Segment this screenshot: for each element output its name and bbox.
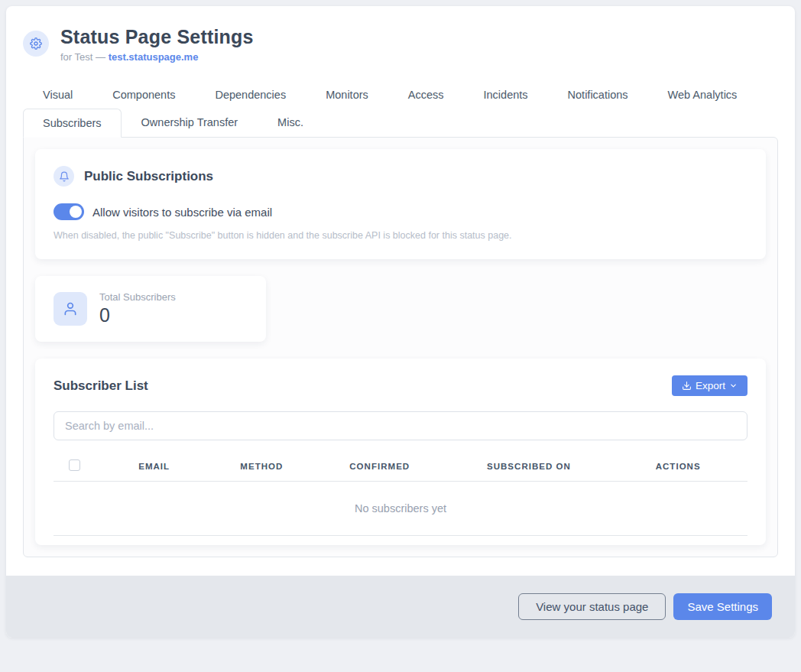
column-actions: ACTIONS <box>608 451 747 482</box>
tab-notifications[interactable]: Notifications <box>548 81 648 109</box>
save-settings-button[interactable]: Save Settings <box>673 593 772 620</box>
subscribe-toggle-row: Allow visitors to subscribe via email <box>54 203 747 220</box>
export-button[interactable]: Export <box>672 375 747 396</box>
subscribe-help-text: When disabled, the public "Subscribe" bu… <box>54 230 747 241</box>
allow-subscribe-toggle[interactable] <box>54 203 84 220</box>
search-input[interactable] <box>54 411 747 440</box>
allow-subscribe-label: Allow visitors to subscribe via email <box>92 206 272 219</box>
tab-components[interactable]: Components <box>92 81 195 109</box>
total-subscribers-value: 0 <box>99 304 176 326</box>
select-all-checkbox[interactable] <box>69 459 80 471</box>
gear-icon <box>23 31 49 57</box>
empty-state-text: No subscribers yet <box>54 482 747 536</box>
tab-visual[interactable]: Visual <box>23 81 92 109</box>
user-icon <box>54 292 87 326</box>
page-header: Status Page Settings for Test — test.sta… <box>23 26 778 63</box>
download-icon <box>682 381 692 391</box>
tab-subscribers[interactable]: Subscribers <box>23 109 122 138</box>
column-confirmed: CONFIRMED <box>310 451 449 482</box>
toggle-knob <box>70 206 82 218</box>
tab-access[interactable]: Access <box>388 81 464 109</box>
chevron-down-icon <box>729 381 738 390</box>
total-subscribers-card: Total Subscribers 0 <box>35 276 266 342</box>
subscriber-list-title: Subscriber List <box>54 378 148 394</box>
export-button-label: Export <box>696 380 725 391</box>
column-email: EMAIL <box>95 451 212 482</box>
total-subscribers-label: Total Subscribers <box>99 291 176 303</box>
tab-monitors[interactable]: Monitors <box>306 81 388 109</box>
status-page-link[interactable]: test.statuspage.me <box>109 51 199 63</box>
main-content: Status Page Settings for Test — test.sta… <box>6 6 795 576</box>
subscribers-tab-panel: Public Subscriptions Allow visitors to s… <box>23 137 778 557</box>
tab-row-1: Visual Components Dependencies Monitors … <box>23 81 778 109</box>
subtitle-prefix: for Test — <box>60 51 109 63</box>
total-subscribers-text: Total Subscribers 0 <box>99 291 176 326</box>
public-subscriptions-title: Public Subscriptions <box>84 169 213 184</box>
tab-misc[interactable]: Misc. <box>258 109 323 137</box>
settings-footer: View your status page Save Settings <box>6 576 795 638</box>
empty-state-row: No subscribers yet <box>54 482 747 536</box>
bell-icon <box>54 166 74 187</box>
column-method: METHOD <box>213 451 310 482</box>
table-header-row: EMAIL METHOD CONFIRMED SUBSCRIBED ON ACT… <box>54 451 747 482</box>
tab-row-2: Subscribers Ownership Transfer Misc. <box>23 109 778 137</box>
page-title: Status Page Settings <box>60 26 254 48</box>
subscriber-table: EMAIL METHOD CONFIRMED SUBSCRIBED ON ACT… <box>54 451 747 536</box>
subscriber-list-header: Subscriber List Export <box>54 375 747 396</box>
subscriber-list-card: Subscriber List Export <box>35 359 766 545</box>
tab-web-analytics[interactable]: Web Analytics <box>648 81 757 109</box>
public-subscriptions-card: Public Subscriptions Allow visitors to s… <box>35 149 766 259</box>
public-subscriptions-header: Public Subscriptions <box>54 166 747 187</box>
view-status-page-button[interactable]: View your status page <box>518 593 666 620</box>
status-page-settings-window: Status Page Settings for Test — test.sta… <box>6 6 795 638</box>
settings-tabs: Visual Components Dependencies Monitors … <box>23 81 778 557</box>
tab-ownership-transfer[interactable]: Ownership Transfer <box>122 109 258 137</box>
page-subtitle: for Test — test.statuspage.me <box>60 51 254 63</box>
tab-dependencies[interactable]: Dependencies <box>195 81 306 109</box>
page-header-text: Status Page Settings for Test — test.sta… <box>60 26 254 63</box>
column-subscribed-on: SUBSCRIBED ON <box>449 451 609 482</box>
tab-incidents[interactable]: Incidents <box>464 81 548 109</box>
